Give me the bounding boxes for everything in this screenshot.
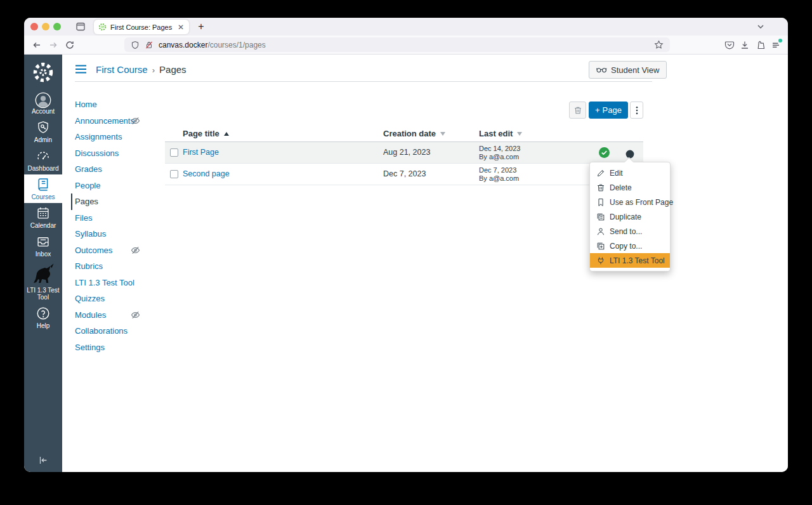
forward-icon[interactable] (48, 40, 58, 50)
book-icon (25, 178, 62, 193)
course-nav-label: LTI 1.3 Test Tool (75, 278, 134, 287)
course-nav-announcements[interactable]: Announcements (75, 113, 170, 129)
url-bar[interactable]: canvas.docker/courses/1/pages (124, 37, 670, 52)
inbox-icon (25, 235, 62, 250)
browser-toolbar: canvas.docker/courses/1/pages (24, 36, 788, 55)
chevron-down-icon[interactable] (756, 22, 765, 31)
row-checkbox[interactable] (170, 170, 178, 178)
global-nav-calendar[interactable]: Calendar (24, 203, 62, 232)
close-window-button[interactable] (30, 23, 38, 30)
back-icon[interactable] (32, 40, 42, 50)
menu-item-use-as-front-page[interactable]: Use as Front Page (590, 195, 670, 209)
course-nav-home[interactable]: Home (75, 96, 170, 113)
course-nav-pages[interactable]: Pages (71, 193, 170, 210)
url-host: canvas.docker (159, 41, 207, 49)
course-nav: HomeAnnouncementsAssignmentsDiscussionsG… (75, 96, 170, 355)
creation-date-cell: Dec 7, 2023 (383, 169, 426, 178)
course-nav-grades[interactable]: Grades (75, 161, 170, 178)
published-check-icon[interactable] (599, 147, 610, 158)
sort-asc-icon (224, 132, 229, 136)
page-title-link[interactable]: Second page (183, 169, 230, 178)
course-nav-label: Announcements (75, 116, 134, 126)
gauge-icon (25, 149, 62, 164)
menu-item-copy-to[interactable]: Copy to... (590, 239, 670, 253)
breadcrumb-current: Pages (159, 64, 187, 75)
course-nav-people[interactable]: People (75, 178, 170, 194)
glasses-icon (596, 67, 607, 73)
course-nav-files[interactable]: Files (75, 210, 170, 226)
eye-off-icon (131, 310, 140, 320)
global-nav-account[interactable]: Account (24, 89, 62, 117)
course-nav-discussions[interactable]: Discussions (75, 145, 170, 162)
tab-overview-icon[interactable] (75, 22, 86, 32)
breadcrumb-course-link[interactable]: First Course (96, 64, 148, 75)
plus-icon: + (595, 105, 600, 115)
course-nav-lti-1-3-test-tool[interactable]: LTI 1.3 Test Tool (75, 275, 170, 291)
download-icon[interactable] (740, 40, 750, 50)
menu-item-label: Delete (610, 183, 632, 192)
column-header-creation-date[interactable]: Creation date (383, 129, 445, 138)
browser-tab[interactable]: First Course: Pages ✕ (94, 20, 189, 34)
page-title-link[interactable]: First Page (183, 148, 219, 157)
course-nav-label: Settings (75, 343, 105, 352)
course-nav-settings[interactable]: Settings (75, 339, 170, 356)
global-nav-help[interactable]: Help (24, 303, 62, 332)
plug-icon (596, 256, 605, 265)
canvas-logo-icon[interactable] (32, 61, 55, 84)
global-nav-lti-1-3-test-tool[interactable]: LTI 1.3 Test Tool (24, 260, 62, 303)
student-view-button[interactable]: Student View (589, 61, 667, 79)
shield-icon[interactable] (131, 41, 140, 49)
new-tab-button[interactable]: + (195, 20, 207, 34)
sort-desc-icon (517, 132, 522, 136)
course-nav-rubrics[interactable]: Rubrics (75, 258, 170, 275)
more-options-button[interactable] (630, 102, 643, 119)
close-tab-icon[interactable]: ✕ (177, 23, 185, 31)
row-kebab-button[interactable] (625, 147, 635, 159)
pencil-icon (596, 169, 605, 178)
course-nav-outcomes[interactable]: Outcomes (75, 242, 170, 259)
global-nav-courses[interactable]: Courses (24, 174, 62, 203)
course-nav-quizzes[interactable]: Quizzes (75, 291, 170, 307)
menu-item-lti-1-3-test-tool[interactable]: LTI 1.3 Test Tool (590, 253, 670, 268)
course-nav-modules[interactable]: Modules (75, 307, 170, 324)
column-header-last-edit[interactable]: Last edit (479, 129, 522, 138)
menu-item-label: Copy to... (610, 242, 642, 251)
person-icon (596, 227, 605, 236)
course-nav-label: People (75, 181, 100, 190)
column-header-page-title[interactable]: Page title (183, 129, 229, 138)
minimize-window-button[interactable] (42, 23, 49, 30)
course-nav-syllabus[interactable]: Syllabus (75, 226, 170, 242)
reload-icon[interactable] (65, 40, 75, 50)
course-nav-label: Pages (75, 197, 98, 206)
pocket-icon[interactable] (724, 40, 735, 50)
course-nav-label: Syllabus (75, 229, 106, 239)
course-nav-hamburger-icon[interactable] (75, 65, 87, 74)
bookmark-star-icon[interactable] (654, 40, 664, 49)
menu-item-delete[interactable]: Delete (590, 180, 670, 195)
add-page-button[interactable]: + Page (589, 102, 628, 119)
menu-item-send-to[interactable]: Send to... (590, 224, 670, 239)
delete-selected-button[interactable] (569, 102, 586, 119)
course-nav-assignments[interactable]: Assignments (75, 129, 170, 145)
canvas-favicon-icon (98, 23, 107, 31)
url-path: /courses/1/pages (207, 41, 265, 49)
course-nav-collaborations[interactable]: Collaborations (75, 323, 170, 339)
breadcrumb: First Course›Pages (96, 64, 187, 75)
global-nav-admin[interactable]: Admin (24, 117, 62, 146)
page-context-menu: EditDeleteUse as Front PageDuplicateSend… (589, 162, 671, 272)
global-nav-label: Dashboard (25, 165, 62, 172)
menu-item-duplicate[interactable]: Duplicate (590, 209, 670, 224)
pages-table-header: Page title Creation date Last edit (165, 129, 643, 142)
collapse-global-nav-button[interactable] (24, 456, 62, 467)
row-checkbox[interactable] (170, 148, 178, 157)
menu-item-edit[interactable]: Edit (590, 166, 670, 180)
app-menu-icon[interactable] (771, 40, 781, 50)
global-nav-dashboard[interactable]: Dashboard (24, 146, 62, 174)
extensions-icon[interactable] (756, 40, 766, 50)
trash-icon (596, 183, 605, 192)
global-nav-inbox[interactable]: Inbox (24, 232, 62, 260)
zoom-window-button[interactable] (53, 23, 61, 30)
course-nav-label: Grades (75, 164, 102, 174)
insecure-lock-icon[interactable] (145, 41, 154, 49)
header-divider (75, 81, 652, 82)
